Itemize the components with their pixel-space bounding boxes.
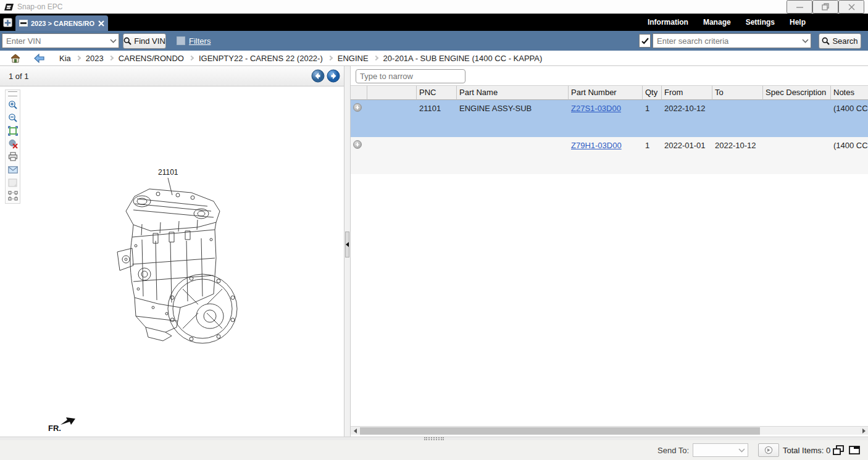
cell-to — [712, 100, 763, 137]
parts-table-header: PNC Part Name Part Number Qty From To Sp… — [351, 85, 868, 100]
breadcrumb-item-catalog[interactable]: IGENPTY22 - CARENS 22 (2022-) — [199, 54, 323, 63]
table-row[interactable]: Z79H1-03D00 1 2022-01-01 2022-10-12 (140… — [351, 137, 868, 174]
chevron-right-icon — [108, 56, 113, 61]
cell-to: 2022-10-12 — [712, 137, 763, 174]
cell-qty: 1 — [643, 137, 662, 174]
minimize-icon[interactable] — [787, 0, 812, 14]
filters-checkbox[interactable] — [177, 36, 185, 45]
col-part-number[interactable]: Part Number — [569, 86, 643, 100]
criteria-check-button[interactable] — [639, 34, 651, 48]
col-notes[interactable]: Notes — [831, 86, 868, 100]
col-spec-description[interactable]: Spec Description — [763, 86, 831, 100]
dropdown-chevron-icon[interactable] — [799, 39, 811, 43]
cascade-windows-icon[interactable] — [831, 444, 846, 456]
zoom-fit-icon[interactable] — [7, 125, 19, 136]
col-expand[interactable] — [351, 86, 367, 100]
col-qty[interactable]: Qty — [643, 86, 662, 100]
cell-pnc — [417, 137, 457, 174]
expand-plus-icon[interactable] — [353, 140, 362, 149]
expand-plus-icon[interactable] — [353, 103, 362, 112]
panel-layout-icon[interactable] — [847, 444, 862, 456]
export-icon[interactable] — [7, 177, 19, 188]
breadcrumb-item-group[interactable]: ENGINE — [338, 54, 369, 63]
breadcrumb-item-model[interactable]: CARENS/RONDO — [119, 54, 184, 63]
vertical-splitter[interactable] — [344, 66, 351, 437]
filters-link[interactable]: Filters — [189, 31, 211, 51]
chevron-right-icon — [76, 56, 81, 61]
restore-icon[interactable] — [812, 0, 838, 14]
table-row[interactable]: 21101 ENGINE ASSY-SUB Z27S1-03D00 1 2022… — [351, 100, 868, 137]
find-vin-button[interactable]: Find VIN — [123, 33, 166, 49]
cell-notes: (1400 CC - UNLEAD — [831, 137, 868, 174]
viewer-header: 1 of 1 — [0, 66, 344, 86]
collapse-left-icon[interactable] — [345, 232, 349, 257]
close-icon[interactable] — [838, 0, 864, 14]
narrow-filter-input[interactable] — [356, 69, 465, 83]
vin-combobox — [2, 33, 119, 48]
next-circle-icon[interactable] — [327, 69, 340, 83]
title-bar: Snap-on EPC — [0, 0, 868, 14]
back-arrow-icon[interactable] — [34, 54, 44, 63]
menu-settings[interactable]: Settings — [746, 18, 775, 27]
scroll-left-icon[interactable] — [351, 427, 359, 435]
part-number-link[interactable]: Z27S1-03D00 — [571, 104, 621, 113]
cell-spec-description — [763, 100, 831, 137]
search-icon — [123, 37, 131, 45]
illustration-panel: 1 of 1 — [0, 66, 344, 437]
menu-help[interactable]: Help — [790, 18, 806, 27]
send-to-label: Send To: — [657, 446, 689, 455]
parts-table: PNC Part Name Part Number Qty From To Sp… — [351, 85, 868, 174]
cell-from: 2022-10-12 — [662, 100, 712, 137]
chevron-right-icon — [189, 56, 194, 61]
front-arrow-icon — [59, 416, 77, 427]
new-tab-plus-icon[interactable] — [3, 18, 12, 27]
breadcrumb-item-year[interactable]: 2023 — [86, 54, 104, 63]
dropdown-chevron-icon[interactable] — [107, 39, 119, 43]
home-icon[interactable] — [10, 54, 20, 63]
send-to-select[interactable] — [693, 443, 748, 457]
go-circle-icon[interactable] — [758, 443, 779, 457]
search-icon — [822, 37, 830, 45]
diagram-part-callout[interactable]: 21101 — [158, 168, 178, 177]
horizontal-scrollbar[interactable] — [351, 426, 868, 435]
col-part-name[interactable]: Part Name — [457, 86, 569, 100]
menu-information[interactable]: Information — [648, 18, 688, 27]
find-vin-label: Find VIN — [134, 36, 165, 46]
criteria-input[interactable] — [653, 34, 799, 48]
tab-label: 2023 > CARENS/ROND... — [31, 20, 94, 27]
vin-input[interactable] — [2, 34, 107, 48]
scroll-right-icon[interactable] — [860, 427, 868, 435]
print-icon[interactable] — [7, 151, 19, 162]
window-title: Snap-on EPC — [17, 2, 62, 11]
cell-part-name — [457, 137, 569, 174]
search-button[interactable]: Search — [819, 33, 861, 49]
zoom-cancel-icon[interactable] — [7, 138, 19, 149]
search-bar: Find VIN Filters Search — [0, 31, 868, 51]
col-pnc[interactable]: PNC — [417, 86, 457, 100]
scrollbar-thumb[interactable] — [360, 427, 760, 435]
breadcrumb-item-section[interactable]: 20-201A - SUB ENGINE (1400 CC - KAPPA) — [383, 54, 543, 63]
email-icon[interactable] — [7, 164, 19, 175]
dropdown-chevron-icon — [738, 448, 745, 453]
breadcrumb-items: Kia 2023 CARENS/RONDO IGENPTY22 - CARENS… — [59, 54, 542, 63]
tab-catalog-icon — [19, 20, 28, 27]
window-controls — [787, 0, 864, 14]
engine-diagram[interactable]: 21101 — [99, 165, 247, 352]
cell-pnc: 21101 — [417, 100, 457, 137]
breadcrumb-item-make[interactable]: Kia — [59, 54, 71, 63]
part-number-link[interactable]: Z79H1-03D00 — [571, 141, 622, 150]
search-label: Search — [832, 36, 858, 46]
col-from[interactable]: From — [662, 86, 712, 100]
zoom-out-icon[interactable] — [7, 112, 19, 123]
col-to[interactable]: To — [712, 86, 763, 100]
menu-manage[interactable]: Manage — [703, 18, 731, 27]
select-region-icon[interactable] — [7, 190, 19, 201]
zoom-in-icon[interactable] — [7, 99, 19, 111]
engine-line-art — [99, 165, 247, 352]
tab-close-icon[interactable] — [98, 20, 104, 27]
col-thumbnail[interactable] — [367, 86, 417, 100]
check-icon — [641, 38, 649, 44]
tab-active[interactable]: 2023 > CARENS/ROND... — [15, 15, 108, 31]
prev-circle-icon[interactable] — [311, 69, 325, 83]
grip-icon[interactable] — [8, 91, 17, 96]
